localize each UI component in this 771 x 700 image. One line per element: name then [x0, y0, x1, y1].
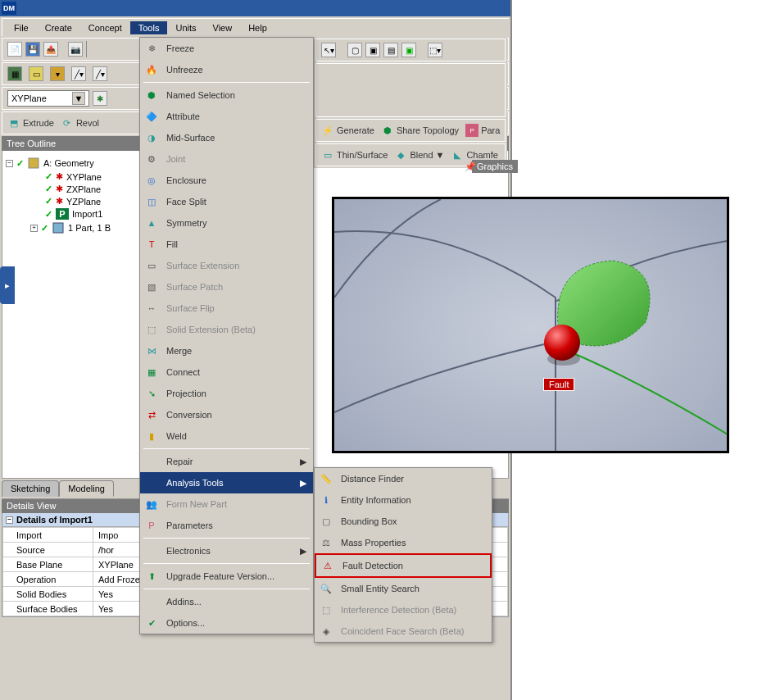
connect-icon: ▦	[143, 365, 160, 380]
menu-item-face-split[interactable]: ◫Face Split	[140, 191, 313, 212]
menu-item-label: Addins...	[166, 597, 202, 607]
share-topology-icon: ⬢	[381, 124, 394, 137]
menu-help[interactable]: Help	[240, 21, 275, 34]
side-grip[interactable]: ▸	[0, 266, 15, 304]
submenu-item-coincident-face-search-beta-: ◈Coincident Face Search (Beta)	[315, 620, 492, 642]
new-icon[interactable]: 📄	[7, 42, 22, 57]
solidext-icon: ⬚	[143, 322, 160, 337]
menu-item-fill[interactable]: TFill	[140, 234, 313, 255]
share-topology-button[interactable]: ⬢ Share Topology	[381, 124, 459, 137]
box2-icon[interactable]: ▣	[365, 43, 380, 57]
save-icon[interactable]: 💾	[25, 42, 40, 57]
menu-item-connect[interactable]: ▦Connect	[140, 361, 313, 383]
menu-item-symmetry[interactable]: ▲Symmetry	[140, 212, 313, 234]
parameters-icon: P	[465, 124, 478, 137]
menu-item-analysis-tools[interactable]: Analysis Tools▶	[140, 472, 313, 493]
parameters-button[interactable]: P Para	[465, 124, 500, 137]
weld-icon: ▮	[143, 429, 160, 443]
revolve-button[interactable]: ⟳ Revol	[61, 116, 99, 130]
menu-units[interactable]: Units	[167, 21, 204, 34]
line-icon[interactable]: ╱▾	[71, 66, 86, 81]
menu-create[interactable]: Create	[37, 21, 80, 34]
submenu-item-mass-properties[interactable]: ⚖Mass Properties	[315, 532, 492, 553]
graphics-panel-label: Graphics	[472, 160, 518, 173]
geometry-icon	[27, 157, 40, 170]
menu-separator	[143, 538, 310, 539]
extrude-button[interactable]: ⬒ Extrude	[7, 116, 54, 130]
chevron-down-icon[interactable]: ▼	[72, 92, 85, 105]
menu-view[interactable]: View	[205, 21, 241, 34]
menu-item-freeze[interactable]: ❄Freeze	[140, 38, 313, 59]
fault-icon: ⚠	[320, 558, 336, 573]
menu-item-addins-[interactable]: Addins...	[140, 591, 313, 612]
menu-item-repair[interactable]: Repair▶	[140, 451, 313, 472]
generate-button[interactable]: ⚡ Generate	[321, 124, 374, 137]
new-plane-icon[interactable]: ✱	[93, 91, 107, 106]
menu-item-mid-surface[interactable]: ◑Mid-Surface	[140, 127, 313, 148]
menu-item-conversion[interactable]: ⇄Conversion	[140, 404, 313, 425]
menu-item-weld[interactable]: ▮Weld	[140, 425, 313, 447]
box3-icon[interactable]: ▤	[383, 43, 398, 57]
menu-item-label: Connect	[166, 367, 200, 377]
surfpatch-icon: ▧	[143, 280, 160, 294]
menu-item-label: Distance Finder	[341, 474, 404, 484]
menu-tools[interactable]: Tools	[130, 21, 168, 34]
check-icon: ✓	[45, 209, 52, 220]
menu-item-unfreeze[interactable]: 🔥Unfreeze	[140, 59, 313, 80]
details-key: Operation	[3, 572, 93, 587]
menu-item-label: Named Selection	[166, 90, 235, 100]
menu-file[interactable]: File	[6, 21, 37, 34]
menu-item-label: Unfreeze	[166, 65, 203, 75]
graphics-viewport[interactable]: Fault	[332, 197, 729, 453]
viewport-svg	[334, 199, 729, 453]
menu-item-merge[interactable]: ⋈Merge	[140, 340, 313, 361]
blend-button[interactable]: ◆ Blend ▼	[394, 148, 444, 161]
line2-icon[interactable]: ╱▾	[93, 66, 107, 81]
menu-item-label: Upgrade Feature Version...	[166, 571, 274, 581]
menu-item-attribute[interactable]: 🔷Attribute	[140, 106, 313, 127]
menu-item-projection[interactable]: ➘Projection	[140, 383, 313, 404]
box1-icon[interactable]: ▢	[347, 43, 362, 57]
submenu-item-distance-finder[interactable]: 📏Distance Finder	[315, 468, 492, 489]
menu-item-enclosure[interactable]: ◎Enclosure	[140, 170, 313, 191]
box4-icon[interactable]: ▣	[401, 43, 416, 57]
submenu-item-bounding-box[interactable]: ▢Bounding Box	[315, 511, 492, 532]
cube-dropdown-icon[interactable]: ⬚▾	[428, 43, 442, 57]
camera-icon[interactable]: 📷	[68, 42, 83, 57]
tab-sketching[interactable]: Sketching	[2, 480, 59, 497]
pin-icon[interactable]: 📌	[465, 161, 476, 172]
app-icon: DM	[2, 2, 16, 15]
menu-item-label: Merge	[166, 346, 192, 356]
menu-item-label: Options...	[166, 618, 205, 628]
export-icon[interactable]: 📤	[43, 42, 58, 57]
menu-item-named-selection[interactable]: ⬢Named Selection	[140, 84, 313, 106]
thin-surface-button[interactable]: ▭ Thin/Surface	[321, 148, 388, 161]
menu-item-form-new-part: 👥Form New Part	[140, 493, 313, 515]
menu-item-label: Small Entity Search	[341, 584, 420, 593]
menu-item-label: Electronics	[166, 546, 211, 556]
collapse-icon[interactable]: −	[6, 516, 13, 524]
menu-item-label: Repair	[166, 457, 193, 466]
menu-item-electronics[interactable]: Electronics▶	[140, 540, 313, 561]
tab-modeling[interactable]: Modeling	[59, 480, 114, 497]
mass-icon: ⚖	[318, 535, 334, 550]
menu-item-parameters[interactable]: PParameters	[140, 515, 313, 536]
interference-icon: ⬚	[318, 602, 334, 617]
plane-dropdown[interactable]: XYPlane ▼	[7, 90, 89, 107]
menubar[interactable]: File Create Concept Tools Units View Hel…	[2, 18, 509, 36]
submenu-item-entity-information[interactable]: ℹEntity Information	[315, 489, 492, 511]
submenu-item-fault-detection[interactable]: ⚠Fault Detection	[315, 553, 492, 578]
menu-item-label: Mass Properties	[341, 538, 406, 548]
surfflip-icon: ↔	[143, 301, 160, 316]
expand-icon[interactable]: +	[30, 225, 38, 232]
color-icon[interactable]: ▾	[50, 66, 65, 81]
menu-item-options-[interactable]: ✔Options...	[140, 612, 313, 634]
box-select-icon[interactable]: ▭	[29, 66, 43, 81]
menu-concept[interactable]: Concept	[80, 21, 130, 34]
menu-item-upgrade-feature-version-[interactable]: ⬆Upgrade Feature Version...	[140, 566, 313, 587]
select-mode-icon[interactable]: ▦	[7, 66, 22, 81]
expand-icon[interactable]: −	[6, 160, 13, 167]
part-icon	[52, 221, 65, 234]
submenu-item-small-entity-search[interactable]: 🔍Small Entity Search	[315, 578, 492, 599]
cursor-icon[interactable]: ↖▾	[321, 43, 336, 57]
